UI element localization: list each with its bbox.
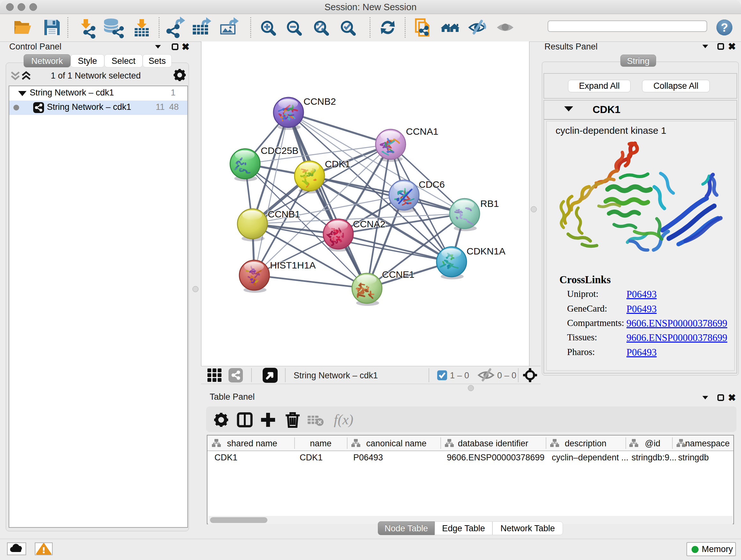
svg-text:description: description	[565, 439, 607, 448]
svg-text:String Network – cdk1: String Network – cdk1	[293, 371, 378, 380]
svg-text:RB1: RB1	[480, 198, 499, 209]
svg-text:HIST1H1A: HIST1H1A	[270, 260, 316, 270]
svg-text:?: ?	[721, 21, 728, 34]
svg-text:CDC6: CDC6	[419, 179, 445, 190]
svg-text:1 – 0: 1 – 0	[450, 371, 469, 380]
svg-text:CCNB2: CCNB2	[304, 96, 336, 107]
svg-text:f(x): f(x)	[334, 412, 353, 428]
svg-text:CCNA2: CCNA2	[353, 219, 386, 229]
svg-text:CCNA1: CCNA1	[406, 126, 439, 137]
svg-text:CCNB1: CCNB1	[268, 209, 300, 219]
svg-text:canonical name: canonical name	[366, 439, 426, 448]
svg-text:database identifier: database identifier	[458, 439, 529, 448]
svg-text:1 of 1 Network selected: 1 of 1 Network selected	[51, 71, 141, 80]
svg-text:CCNE1: CCNE1	[382, 269, 414, 280]
svg-text:name: name	[310, 439, 332, 448]
svg-text:CDC25B: CDC25B	[261, 145, 298, 156]
svg-text:CDK1: CDK1	[325, 159, 350, 169]
svg-text:namespace: namespace	[685, 439, 730, 448]
svg-text:@id: @id	[645, 439, 660, 448]
svg-text:CDKN1A: CDKN1A	[467, 246, 506, 256]
svg-text:shared name: shared name	[227, 439, 277, 448]
svg-text:0 – 0: 0 – 0	[497, 371, 516, 380]
